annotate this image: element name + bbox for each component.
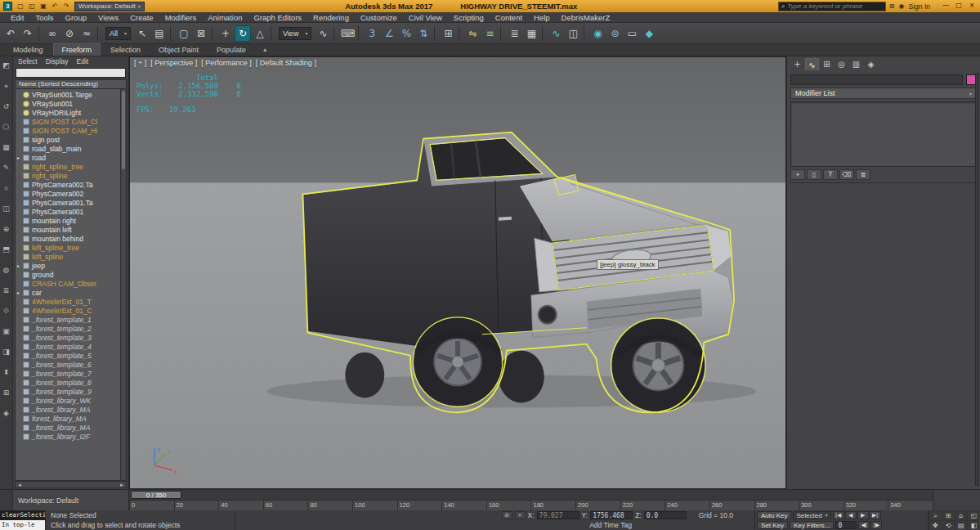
list-item[interactable]: _forest_template_1 [16,315,120,324]
list-item[interactable]: SIGN POST CAM_Hi [16,126,120,135]
menu-item[interactable]: Content [490,12,528,23]
select-and-scale-icon[interactable]: △ [252,25,268,42]
list-item[interactable]: _forest_library_MA [16,423,120,432]
left-tool-list-icon[interactable]: ≣ [2,285,11,295]
list-item[interactable]: _forest_library_I2F [16,432,120,441]
listener-line[interactable]: In top-le [0,520,45,530]
bind-to-space-warp-icon[interactable]: ≈ [78,25,95,42]
left-tool-panel-icon[interactable]: ◫ [2,204,11,213]
command-panel-scrollbar[interactable] [975,73,979,486]
list-item[interactable]: ▸ jeep [16,261,120,270]
ribbon-collapse-icon[interactable]: ▲ [262,44,268,56]
key-filters-button[interactable]: Key Filters... [790,521,834,529]
list-item[interactable]: left_spline_tree [16,243,120,252]
list-item[interactable]: PhysCamera002 [16,189,120,198]
left-tool-expand-icon[interactable]: ⬍ [2,367,11,377]
ribbon-tab[interactable]: Freeform [53,43,101,56]
left-tool-plus-icon[interactable]: ⊞ [2,388,11,398]
apps-icon[interactable]: ⊞ [889,2,895,10]
tab-utilities[interactable]: ◈ [864,58,878,70]
modifier-list-dropdown[interactable]: Modifier List ▾ [790,88,977,99]
ribbon-tab[interactable]: Selection [102,44,149,56]
left-tool-select-icon[interactable]: ◩ [2,61,11,70]
list-item[interactable]: 4WheelerExt_01_C [16,306,120,315]
previous-frame-button[interactable]: ◀ [845,511,857,519]
list-item[interactable]: CRASH CAM_Obser [16,279,120,288]
list-item[interactable]: PhysCamera001.Ta [16,198,120,207]
left-tool-star-icon[interactable]: ◈ [2,408,11,418]
zoom-all-icon[interactable]: ⊞ [942,510,955,520]
tab-display[interactable]: ▥ [849,58,863,70]
expand-arrow-icon[interactable]: ▸ [17,290,23,295]
scene-explorer-icon[interactable]: ▦ [523,25,539,42]
selection-lock-icon[interactable]: ⊘ [502,511,512,519]
angle-snap-icon[interactable]: ∠ [381,25,397,42]
viewport-canvas[interactable] [130,57,785,488]
redo-icon[interactable]: ↷ [61,2,71,11]
list-item[interactable]: PhysCamera001 [16,207,120,216]
next-key-button[interactable]: |▶ [870,521,882,529]
viewport-label-item[interactable]: [ + ] [134,59,146,67]
tab-motion[interactable]: ◎ [835,58,848,70]
select-and-rotate-icon[interactable]: ↻ [235,25,251,42]
scroll-right-icon[interactable]: ► [119,483,124,487]
pan-icon[interactable]: ✥ [929,520,942,530]
separator[interactable] [333,26,337,41]
left-tool-box-icon[interactable]: ▣ [2,326,11,336]
x-coordinate-field[interactable]: 79.027 [537,511,579,519]
spinner-snap-icon[interactable]: ⇅ [415,25,432,42]
expand-arrow-icon[interactable]: ▸ [17,155,23,160]
reference-coordinate-dropdown[interactable]: View▾ [279,27,311,40]
menu-item[interactable]: Help [528,12,556,23]
orbit-icon[interactable]: ⟲ [942,520,955,530]
list-item[interactable]: left_spline [16,252,120,261]
tab-modify[interactable]: ∿ [805,58,819,70]
workspace-status[interactable]: Workspace: Default [13,490,129,510]
left-tool-ring-icon[interactable]: ◍ [2,265,11,275]
explorer-sort-header[interactable]: Name (Sorted Descending) [15,79,127,89]
menu-item[interactable]: Modifiers [159,12,203,23]
left-tool-half-icon[interactable]: ⬒ [2,245,11,254]
ribbon-tab[interactable]: Populate [208,44,254,56]
list-item[interactable]: mountain behind [16,234,120,243]
maxscript-mini-listener[interactable]: clearSelectio In top-le [0,510,46,530]
material-editor-icon[interactable]: ◉ [589,25,606,42]
list-item[interactable]: _forest_template_3 [16,333,120,342]
select-object-icon[interactable]: ↖ [134,25,150,42]
list-item[interactable]: ▸ road [16,153,120,162]
left-tool-grid-icon[interactable]: ▦ [2,142,11,152]
menu-item[interactable]: Tools [29,12,59,23]
explorer-menu-item[interactable]: Edit [74,57,92,66]
render-setup-icon[interactable]: ⊚ [606,25,623,42]
list-item[interactable]: _forest_template_7 [16,369,120,378]
add-time-tag[interactable]: Add Time Tag [589,521,632,529]
list-item[interactable]: mountain right [16,216,120,225]
save-file-icon[interactable]: ▣ [38,2,48,11]
y-coordinate-field[interactable]: 1756.468 [590,511,633,519]
absolute-mode-icon[interactable]: ⌖ [515,511,526,519]
separator[interactable] [97,26,101,41]
key-mode-dropdown[interactable]: Selected▾ [793,511,830,519]
menu-item[interactable]: Views [92,12,124,23]
left-tool-draw-icon[interactable]: ✎ [2,163,11,173]
list-item[interactable]: 4WheelerExt_01_T [16,297,120,306]
explorer-horizontal-scrollbar[interactable]: ◄ ► [15,481,127,488]
tab-create[interactable]: + [790,58,804,70]
rectangular-selection-icon[interactable]: ▢ [176,25,192,42]
ribbon-tab[interactable]: Modeling [5,44,51,56]
separator[interactable] [500,26,503,41]
set-key-button[interactable]: Set Key [757,521,788,529]
list-item[interactable]: VRaySun001 [16,99,120,108]
workspace-dropdown[interactable]: Workspace: Default▾ [74,2,145,11]
left-tool-move-icon[interactable]: ⌖ [2,81,11,91]
pin-stack-button[interactable]: ⌖ [790,169,805,180]
minimize-icon[interactable]: — [941,2,951,11]
schematic-view-icon[interactable]: ◫ [565,25,581,42]
maximize-icon[interactable]: □ [954,2,964,11]
zoom-extents-icon[interactable]: ⌂ [955,510,968,520]
app-logo-icon[interactable]: 3 [3,2,12,11]
list-item[interactable]: forest_library_MA [16,414,120,423]
layer-manager-icon[interactable]: ≣ [506,25,522,42]
list-item[interactable]: right_spline_tree [16,162,120,171]
list-item[interactable]: _forest_library_MA [16,405,120,414]
